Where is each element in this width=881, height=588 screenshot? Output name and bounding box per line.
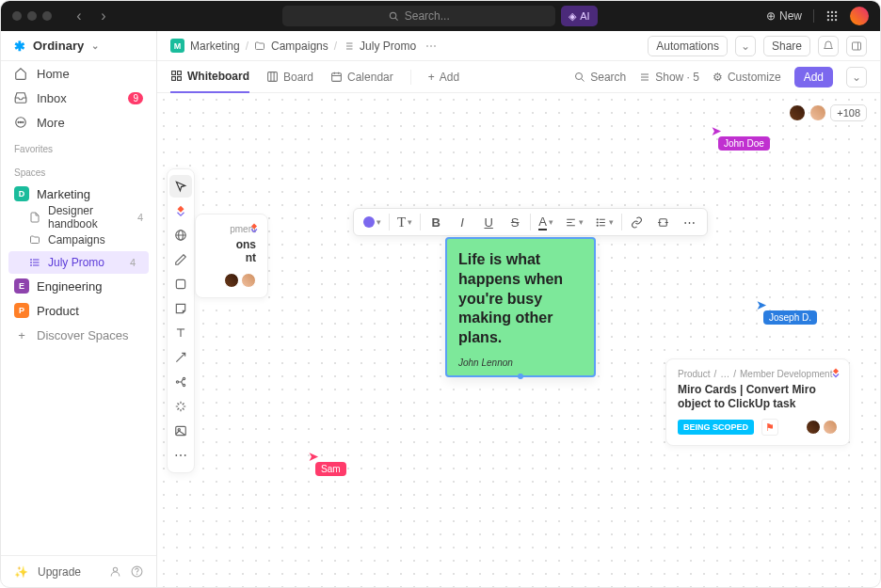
link-button[interactable] bbox=[626, 212, 649, 232]
font-button[interactable]: T▾ bbox=[393, 212, 416, 232]
space-marketing[interactable]: D Marketing bbox=[1, 182, 156, 206]
shape-tool[interactable] bbox=[169, 273, 192, 295]
more-icon[interactable]: ⋯ bbox=[425, 40, 437, 53]
svg-point-2 bbox=[827, 11, 829, 13]
titlebar: ‹ › Search... ◈ AI ⊕ New bbox=[1, 1, 880, 31]
svg-rect-31 bbox=[172, 77, 176, 81]
fill-color-button[interactable]: ▾ bbox=[360, 212, 385, 232]
workspace-switcher[interactable]: ✱ Ordinary ⌄ bbox=[1, 31, 156, 61]
clickup-tool[interactable] bbox=[169, 199, 192, 222]
mindmap-tool[interactable] bbox=[169, 371, 192, 393]
show-button[interactable]: Show · 5 bbox=[639, 61, 699, 93]
tree-item-campaigns[interactable]: Campaigns bbox=[1, 229, 156, 251]
list-button[interactable]: ▾ bbox=[591, 212, 617, 232]
whiteboard-icon bbox=[170, 70, 183, 82]
add-dropdown[interactable]: ⌄ bbox=[846, 67, 867, 87]
align-button[interactable]: ▾ bbox=[561, 212, 587, 232]
breadcrumb-folder[interactable]: Campaigns bbox=[271, 40, 328, 53]
help-icon[interactable] bbox=[131, 565, 143, 578]
svg-point-13 bbox=[20, 121, 21, 122]
sidebar: ✱ Ordinary ⌄ Home Inbox 9 More Favorites… bbox=[1, 31, 157, 587]
new-button[interactable]: ⊕ New bbox=[766, 9, 802, 23]
breadcrumb-list[interactable]: July Promo bbox=[360, 40, 416, 53]
svg-point-23 bbox=[136, 574, 137, 575]
convert-button[interactable] bbox=[652, 212, 675, 232]
svg-line-41 bbox=[582, 78, 585, 81]
search-icon bbox=[389, 11, 399, 22]
panel-icon[interactable] bbox=[846, 36, 867, 56]
presence-avatars[interactable]: +108 bbox=[789, 104, 867, 121]
whiteboard-canvas[interactable]: +108 ⋯ ▾ T▾ bbox=[157, 93, 880, 587]
user-avatar[interactable] bbox=[850, 7, 869, 25]
automations-button[interactable]: Automations bbox=[648, 36, 728, 56]
svg-rect-29 bbox=[172, 72, 176, 75]
plus-icon: + bbox=[428, 71, 435, 84]
svg-point-63 bbox=[597, 221, 598, 222]
more-tool[interactable]: ⋯ bbox=[169, 444, 192, 467]
svg-point-64 bbox=[597, 225, 598, 226]
search-input[interactable]: Search... bbox=[282, 6, 555, 26]
space-engineering[interactable]: E Engineering bbox=[1, 274, 156, 298]
tab-whiteboard[interactable]: Whiteboard bbox=[170, 61, 249, 93]
italic-button[interactable]: I bbox=[451, 212, 473, 232]
connector-tool[interactable] bbox=[169, 346, 192, 369]
pen-tool[interactable] bbox=[169, 248, 192, 271]
bell-icon[interactable] bbox=[818, 36, 839, 56]
breadcrumb-space[interactable]: Marketing bbox=[190, 40, 240, 53]
sticky-tool[interactable] bbox=[169, 297, 192, 320]
svg-point-10 bbox=[835, 19, 837, 21]
text-tool[interactable] bbox=[169, 322, 192, 344]
nav-back-button[interactable]: ‹ bbox=[69, 7, 89, 25]
space-product[interactable]: P Product bbox=[1, 298, 156, 323]
spaces-section-label: Spaces bbox=[1, 158, 156, 182]
tab-calendar[interactable]: Calendar bbox=[330, 61, 393, 93]
ai-button[interactable]: ◈ AI bbox=[561, 6, 597, 26]
folder-icon bbox=[254, 40, 265, 52]
avatar bbox=[789, 104, 806, 121]
discover-spaces[interactable]: + Discover Spaces bbox=[1, 323, 156, 347]
person-icon[interactable] bbox=[109, 565, 121, 578]
automations-dropdown[interactable]: ⌄ bbox=[735, 36, 756, 56]
task-card[interactable]: Product/…/Member Development Miro Cards … bbox=[665, 358, 850, 446]
tree-item-july-promo[interactable]: July Promo 4 bbox=[8, 251, 149, 274]
customize-button[interactable]: ⚙Customize bbox=[713, 61, 781, 93]
svg-point-40 bbox=[576, 72, 583, 79]
add-task-button[interactable]: Add bbox=[794, 67, 833, 87]
underline-button[interactable]: U bbox=[477, 212, 500, 232]
pointer-tool[interactable] bbox=[169, 175, 192, 198]
svg-point-14 bbox=[23, 121, 24, 122]
svg-point-6 bbox=[831, 15, 833, 17]
card-breadcrumb: Product/…/Member Development bbox=[678, 369, 838, 379]
web-tool[interactable] bbox=[169, 224, 192, 246]
bold-button[interactable]: B bbox=[424, 212, 447, 232]
nav-forward-button[interactable]: › bbox=[93, 7, 114, 25]
apps-grid-icon[interactable] bbox=[825, 9, 839, 23]
space-badge: E bbox=[14, 278, 29, 294]
tab-board[interactable]: Board bbox=[266, 61, 313, 93]
upgrade-link[interactable]: Upgrade bbox=[38, 565, 81, 579]
task-card[interactable]: pment onsnt bbox=[195, 214, 268, 298]
more-format-button[interactable]: ⋯ bbox=[679, 212, 701, 232]
share-button[interactable]: Share bbox=[763, 36, 810, 56]
svg-rect-48 bbox=[176, 279, 184, 288]
window-controls[interactable] bbox=[12, 11, 52, 21]
sidebar-item-more[interactable]: More bbox=[1, 110, 156, 135]
svg-point-21 bbox=[113, 567, 117, 571]
presence-cursor-joseph: ➤Joseph D. bbox=[756, 297, 767, 312]
text-color-button[interactable]: A▾ bbox=[535, 212, 557, 232]
sidebar-item-home[interactable]: Home bbox=[1, 61, 156, 86]
flag-icon[interactable]: ⚑ bbox=[761, 419, 778, 436]
image-tool[interactable] bbox=[169, 420, 192, 442]
clickup-icon bbox=[248, 222, 260, 233]
strike-button[interactable]: S bbox=[504, 212, 526, 232]
ai-tool[interactable] bbox=[169, 395, 192, 418]
sticky-note[interactable]: Life is what happens when you're busy ma… bbox=[445, 237, 596, 377]
text-format-toolbar: ▾ T▾ B I U S A▾ ▾ ▾ ⋯ bbox=[353, 208, 708, 236]
tree-item-handbook[interactable]: Designer handbook 4 bbox=[1, 206, 156, 229]
add-view-button[interactable]: + Add bbox=[428, 61, 459, 93]
search-view-button[interactable]: Search bbox=[574, 61, 626, 93]
svg-point-19 bbox=[31, 262, 32, 263]
list-icon bbox=[343, 40, 354, 52]
sidebar-item-inbox[interactable]: Inbox 9 bbox=[1, 86, 156, 110]
sticky-quote: Life is what happens when you're busy ma… bbox=[458, 250, 583, 348]
